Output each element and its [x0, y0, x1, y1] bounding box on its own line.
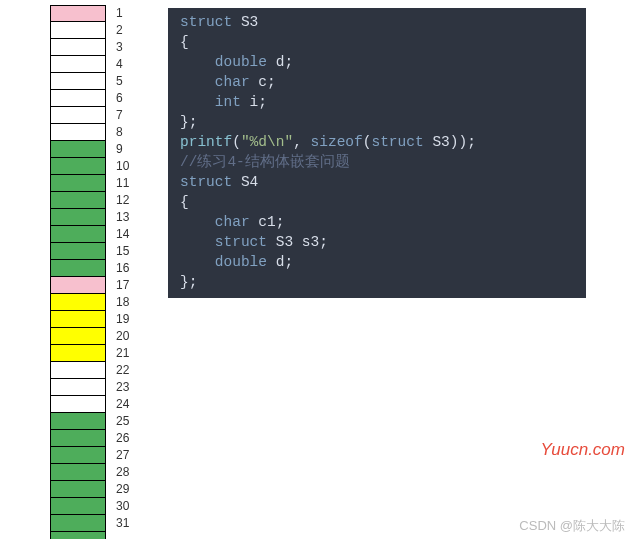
byte-cell	[50, 141, 106, 158]
byte-cell	[50, 56, 106, 73]
code-line: double d;	[168, 252, 586, 272]
byte-number: 10	[116, 158, 146, 175]
byte-number: 11	[116, 175, 146, 192]
code-block: struct S3{ double d; char c; int i;};pri…	[168, 8, 586, 298]
byte-cell	[50, 158, 106, 175]
byte-number: 18	[116, 294, 146, 311]
byte-cell	[50, 260, 106, 277]
byte-number: 12	[116, 192, 146, 209]
code-line: struct S4	[168, 172, 586, 192]
code-area: struct S3{ double d; char c; int i;};pri…	[168, 8, 586, 539]
byte-number: 5	[116, 73, 146, 90]
byte-number	[116, 532, 146, 539]
byte-number: 14	[116, 226, 146, 243]
byte-cell	[50, 243, 106, 260]
code-line: //练习4-结构体嵌套问题	[168, 152, 586, 172]
byte-cell	[50, 226, 106, 243]
byte-cell	[50, 430, 106, 447]
byte-cell	[50, 345, 106, 362]
byte-cell	[50, 124, 106, 141]
code-line: printf("%d\n", sizeof(struct S3));	[168, 132, 586, 152]
byte-cell	[50, 192, 106, 209]
byte-cell	[50, 413, 106, 430]
byte-number: 15	[116, 243, 146, 260]
byte-number: 26	[116, 430, 146, 447]
byte-number: 6	[116, 90, 146, 107]
byte-number: 24	[116, 396, 146, 413]
byte-cell	[50, 515, 106, 532]
byte-cell	[50, 294, 106, 311]
byte-cell	[50, 481, 106, 498]
code-line: struct S3 s3;	[168, 232, 586, 252]
code-line: {	[168, 32, 586, 52]
byte-cell	[50, 277, 106, 294]
byte-number: 16	[116, 260, 146, 277]
byte-cell	[50, 175, 106, 192]
byte-number: 7	[116, 107, 146, 124]
code-line: int i;	[168, 92, 586, 112]
byte-cell	[50, 396, 106, 413]
code-line: char c;	[168, 72, 586, 92]
byte-number: 23	[116, 379, 146, 396]
byte-number: 4	[116, 56, 146, 73]
code-line: char c1;	[168, 212, 586, 232]
code-line: {	[168, 192, 586, 212]
byte-number: 21	[116, 345, 146, 362]
byte-number: 1	[116, 5, 146, 22]
byte-cell	[50, 464, 106, 481]
byte-cell	[50, 39, 106, 56]
byte-cell	[50, 311, 106, 328]
byte-number: 3	[116, 39, 146, 56]
byte-cell	[50, 90, 106, 107]
byte-number: 28	[116, 464, 146, 481]
byte-number: 9	[116, 141, 146, 158]
code-line: };	[168, 112, 586, 132]
code-line: };	[168, 272, 586, 292]
byte-number: 17	[116, 277, 146, 294]
byte-number: 13	[116, 209, 146, 226]
byte-number: 2	[116, 22, 146, 39]
byte-number: 20	[116, 328, 146, 345]
code-line: struct S3	[168, 12, 586, 32]
byte-numbers-column: 1234567891011121314151617181920212223242…	[106, 5, 146, 539]
byte-cell	[50, 379, 106, 396]
byte-cell	[50, 447, 106, 464]
byte-cell	[50, 209, 106, 226]
memory-layout-diagram: 1234567891011121314151617181920212223242…	[0, 0, 146, 539]
watermark-text: Yuucn.com	[541, 440, 625, 460]
byte-cell	[50, 532, 106, 539]
code-line: double d;	[168, 52, 586, 72]
byte-number: 19	[116, 311, 146, 328]
byte-cell	[50, 328, 106, 345]
byte-number: 8	[116, 124, 146, 141]
byte-number: 30	[116, 498, 146, 515]
byte-number: 31	[116, 515, 146, 532]
byte-cell	[50, 498, 106, 515]
byte-cells-column	[50, 5, 106, 539]
byte-cell	[50, 362, 106, 379]
byte-cell	[50, 73, 106, 90]
byte-number: 29	[116, 481, 146, 498]
byte-cell	[50, 5, 106, 22]
byte-number: 27	[116, 447, 146, 464]
byte-number: 22	[116, 362, 146, 379]
byte-number: 25	[116, 413, 146, 430]
byte-cell	[50, 107, 106, 124]
byte-cell	[50, 22, 106, 39]
attribution-text: CSDN @陈大大陈	[519, 517, 625, 535]
